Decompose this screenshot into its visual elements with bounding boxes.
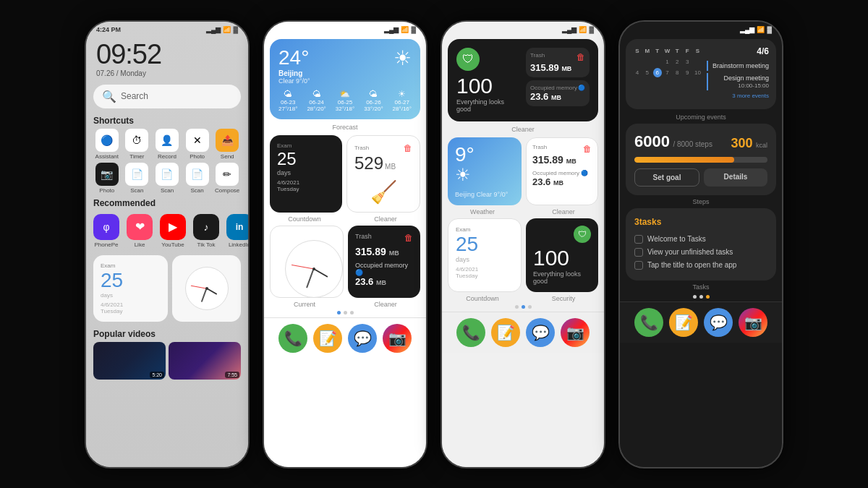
dock-messages-3[interactable]: 💬 bbox=[526, 318, 555, 347]
cal-header: S M T W T F S 1 2 3 4 bbox=[633, 46, 769, 99]
p4-dot-2 bbox=[699, 295, 703, 299]
record-icon: 👤 bbox=[161, 134, 173, 146]
wifi-icon-1: 📶 bbox=[223, 26, 231, 33]
p2-cleaner-big-widget[interactable]: Trash 🗑 315.89 MB Occupied memory 🔵 23.6… bbox=[348, 226, 420, 298]
shortcut-label-scan2: Scan bbox=[161, 187, 174, 194]
weather-left: 24° Beijing Clear 9°/0° bbox=[278, 46, 310, 85]
dock-camera-2[interactable]: 📷 bbox=[383, 324, 412, 353]
countdown-day: Tuesday bbox=[101, 308, 161, 314]
p2-cleaner-small-widget[interactable]: Trash 🗑 529 MB 🧹 bbox=[346, 135, 420, 213]
battery-icon-3: ▓ bbox=[589, 26, 594, 33]
dock-camera-4[interactable]: 📷 bbox=[739, 308, 767, 337]
p2-countdown-day: Tuesday bbox=[277, 186, 335, 192]
status-bar-4: ▂▄▆ 📶 ▓ bbox=[620, 22, 782, 35]
cleaner-label-memory: Occupied memory 🔵 bbox=[530, 85, 585, 91]
wifi-icon-2: 📶 bbox=[401, 26, 409, 33]
second-hand-2 bbox=[291, 264, 314, 269]
rec-phonepe[interactable]: φ PhonePe bbox=[93, 214, 119, 248]
cleaner-mem-unit: MB bbox=[376, 279, 386, 286]
rec-label-like: Like bbox=[135, 241, 145, 248]
p2-countdown-widget[interactable]: Exam 25 days 4/6/2021 Tuesday bbox=[270, 135, 342, 213]
steps-goal: / 8000 steps bbox=[673, 140, 712, 148]
dock-camera-3[interactable]: 📷 bbox=[561, 318, 590, 347]
weather-temp: 24° bbox=[278, 46, 310, 69]
shortcut-photo[interactable]: ✕ Photo bbox=[184, 129, 211, 160]
cleaner-bottom-label: Cleaner bbox=[345, 215, 426, 223]
dock-phone-3[interactable]: 📞 bbox=[456, 318, 485, 347]
p2-countdown-date: 4/6/2021 bbox=[277, 179, 335, 186]
search-bar[interactable]: 🔍 Search bbox=[93, 85, 241, 108]
shortcut-camera[interactable]: 📷 Photo bbox=[93, 163, 121, 194]
rec-linkedin[interactable]: in LinkedIn bbox=[226, 214, 248, 248]
p3-mid-labels: Weather Cleaner bbox=[442, 208, 604, 215]
cal-day-3: 3 bbox=[683, 57, 692, 67]
dock-messages-4[interactable]: 💬 bbox=[704, 308, 733, 337]
steps-widget[interactable]: 6000 / 8000 steps 300 kcal Set goal Deta… bbox=[626, 124, 776, 195]
calendar-widget[interactable]: S M T W T F S 1 2 3 4 bbox=[626, 39, 776, 109]
minute-hand bbox=[201, 288, 207, 301]
recommended-row: φ PhonePe ❤ Like ▶ YouTube ♪ Tik Tok in … bbox=[86, 211, 248, 251]
p3-weather-widget[interactable]: 9° ☀ Beijing Clear 9°/0° bbox=[448, 137, 522, 205]
dock-phone-2[interactable]: 📞 bbox=[278, 324, 307, 353]
shortcut-record[interactable]: 👤 Record bbox=[153, 129, 181, 160]
hour-hand-2 bbox=[314, 268, 328, 278]
dock-notes-4[interactable]: 📝 bbox=[669, 308, 698, 337]
forecast-day-2: 🌤 06-24 28°/20° bbox=[307, 89, 326, 112]
p3-countdown-widget[interactable]: Exam 25 days 4/6/2021 Tuesday bbox=[448, 218, 522, 292]
analog-clock-2 bbox=[285, 240, 328, 283]
steps-count: 6000 bbox=[634, 132, 670, 150]
rec-youtube[interactable]: ▶ YouTube bbox=[160, 214, 186, 248]
p2-countdown-days: 25 bbox=[277, 149, 335, 169]
p3-security-widget[interactable]: 🛡 100 Everything looks good Trash 🗑 315.… bbox=[448, 39, 598, 121]
shortcut-scan3[interactable]: 📄 Scan bbox=[184, 163, 211, 194]
dock-notes-3[interactable]: 📝 bbox=[491, 318, 520, 347]
status-icons-4: ▂▄▆ 📶 ▓ bbox=[740, 26, 772, 33]
details-button[interactable]: Details bbox=[704, 168, 767, 187]
cal-day-7: 7 bbox=[663, 68, 672, 77]
dock-notes-2[interactable]: 📝 bbox=[313, 324, 342, 353]
video-1[interactable]: 5:20 bbox=[93, 342, 166, 380]
weather-widget[interactable]: 24° Beijing Clear 9°/0° ☀ 🌤 06-23 27°/18… bbox=[270, 39, 420, 119]
p3-security-bottom-widget[interactable]: 🛡 100 Everything looks good bbox=[526, 218, 598, 292]
countdown-days: 25 bbox=[101, 269, 161, 292]
shortcut-send[interactable]: 📤 Send bbox=[213, 129, 241, 160]
checkbox-1[interactable] bbox=[634, 235, 643, 244]
checkbox-3[interactable] bbox=[634, 261, 643, 270]
p3-cleaner-mid-widget[interactable]: Trash 🗑 315.89 MB Occupied memory 🔵 23.6… bbox=[526, 137, 598, 205]
steps-label: Steps bbox=[626, 198, 776, 205]
rec-label-linkedin: LinkedIn bbox=[229, 241, 248, 248]
shortcut-label-photo: Photo bbox=[190, 153, 205, 160]
forecast-day-1: 🌤 06-23 27°/18° bbox=[278, 89, 297, 112]
rec-label-phonepe: PhonePe bbox=[95, 241, 119, 248]
p2-clock-big-widget bbox=[270, 226, 344, 298]
checkbox-2[interactable] bbox=[634, 248, 643, 257]
forecast-temp-2: 28°/20° bbox=[307, 106, 326, 112]
rec-like[interactable]: ❤ Like bbox=[127, 214, 153, 248]
security-bottom-score: 100 bbox=[533, 246, 591, 270]
security-bottom-label: Security bbox=[523, 295, 604, 302]
shortcut-label-send: Send bbox=[221, 153, 234, 160]
p3-weather-condition: Beijing Clear 9°/0° bbox=[455, 191, 514, 198]
shortcut-scan1[interactable]: 📄 Scan bbox=[124, 163, 151, 194]
shortcut-scan2[interactable]: 📄 Scan bbox=[153, 163, 181, 194]
p3-countdown-days: 25 bbox=[456, 233, 514, 256]
shortcut-assistant[interactable]: 🔵 Assistant bbox=[93, 129, 121, 160]
tasks-label: Tasks bbox=[626, 283, 776, 291]
countdown-widget[interactable]: Exam 25 days 4/6/2021 Tuesday bbox=[93, 255, 168, 322]
cal-header-s1: S bbox=[633, 46, 642, 56]
dock-3: 📞 📝 💬 📷 bbox=[442, 312, 604, 353]
cal-days-header: S M T W T F S 1 2 3 4 bbox=[633, 46, 702, 77]
dock-messages-2[interactable]: 💬 bbox=[348, 324, 377, 353]
dock-phone-4[interactable]: 📞 bbox=[634, 308, 663, 337]
video-2[interactable]: 7:55 bbox=[169, 342, 241, 380]
security-bottom-sub: Everything looks good bbox=[533, 270, 591, 285]
shortcut-timer[interactable]: ⏱ Timer bbox=[124, 129, 151, 160]
tasks-widget[interactable]: 3tasks Welcome to Tasks View your unfini… bbox=[626, 208, 776, 281]
shortcut-compose[interactable]: ✏ Compose bbox=[213, 163, 241, 194]
status-bar-2: ▂▄▆ 📶 ▓ bbox=[264, 22, 426, 35]
rec-tiktok[interactable]: ♪ Tik Tok bbox=[193, 214, 219, 248]
steps-row: 6000 / 8000 steps 300 kcal bbox=[634, 132, 767, 151]
set-goal-button[interactable]: Set goal bbox=[634, 168, 699, 187]
shortcut-label-record: Record bbox=[158, 153, 176, 160]
cal-day-1: 1 bbox=[663, 57, 672, 67]
